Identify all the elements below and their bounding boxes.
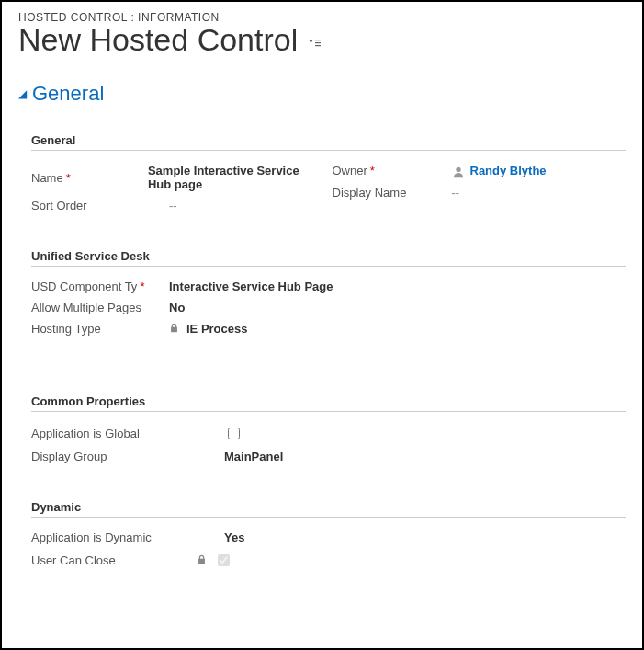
field-application-is-dynamic[interactable]: Yes bbox=[224, 530, 244, 544]
subsection-title-usd: Unified Service Desk bbox=[31, 249, 626, 267]
svg-rect-1 bbox=[315, 40, 321, 40]
person-icon bbox=[452, 164, 470, 178]
section-title-general: General bbox=[32, 82, 104, 106]
field-display-group[interactable]: MainPanel bbox=[224, 450, 283, 463]
collapse-icon: ◢ bbox=[18, 87, 27, 100]
label-usd-component-type: USD Component Ty* bbox=[31, 279, 169, 293]
label-sort-order: Sort Order bbox=[31, 199, 169, 212]
page-title: New Hosted Control bbox=[18, 22, 298, 58]
label-owner: Owner* bbox=[333, 164, 452, 177]
section-toggle-general[interactable]: ◢ General bbox=[18, 82, 626, 106]
lock-icon bbox=[169, 323, 179, 336]
svg-rect-3 bbox=[315, 45, 321, 46]
subsection-title-common: Common Properties bbox=[31, 394, 626, 412]
label-application-is-global: Application is Global bbox=[31, 427, 224, 440]
label-display-name: Display Name bbox=[333, 186, 452, 200]
svg-point-4 bbox=[456, 166, 460, 171]
label-name: Name* bbox=[31, 171, 148, 185]
svg-rect-2 bbox=[315, 42, 321, 43]
field-owner[interactable]: Randy Blythe bbox=[470, 164, 547, 177]
field-hosting-type: IE Process bbox=[186, 322, 248, 336]
label-application-is-dynamic: Application is Dynamic bbox=[31, 530, 224, 544]
subsection-title-dynamic: Dynamic bbox=[31, 500, 626, 518]
field-display-name[interactable]: -- bbox=[452, 186, 460, 200]
checkbox-application-is-global[interactable] bbox=[228, 428, 240, 439]
checkbox-user-can-close bbox=[218, 554, 230, 566]
field-allow-multiple-pages[interactable]: No bbox=[169, 301, 185, 314]
label-allow-multiple-pages: Allow Multiple Pages bbox=[31, 301, 169, 314]
field-sort-order[interactable]: -- bbox=[169, 199, 177, 212]
form-selector-icon[interactable] bbox=[307, 37, 322, 54]
svg-marker-0 bbox=[309, 40, 313, 43]
field-usd-component-type[interactable]: Interactive Service Hub Page bbox=[169, 279, 333, 293]
lock-icon bbox=[197, 554, 207, 567]
label-hosting-type: Hosting Type bbox=[31, 322, 169, 336]
subsection-title-general: General bbox=[31, 133, 626, 151]
label-display-group: Display Group bbox=[31, 450, 224, 463]
label-user-can-close: User Can Close bbox=[31, 553, 197, 567]
field-name[interactable]: Sample Interactive Service Hub page bbox=[148, 164, 325, 191]
